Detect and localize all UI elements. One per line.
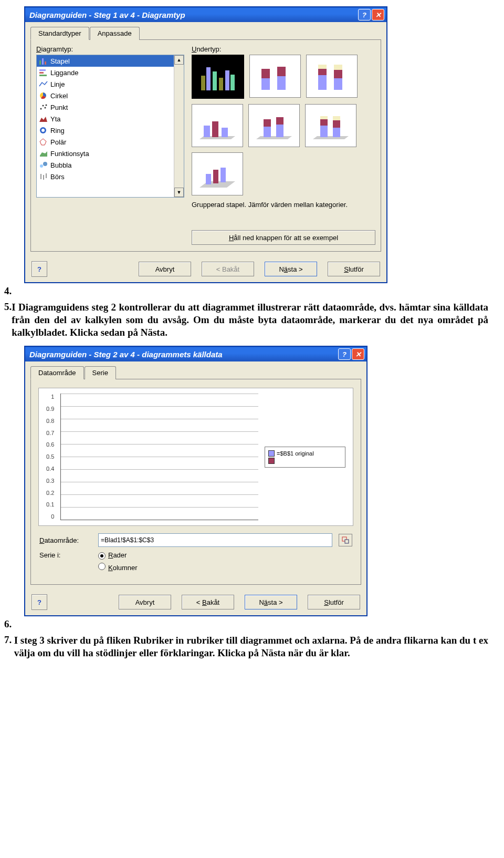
svg-rect-22: [206, 67, 211, 90]
type-item-cirkel[interactable]: Cirkel: [37, 90, 184, 101]
svg-rect-26: [230, 75, 235, 90]
tab-data-range[interactable]: Dataområde: [30, 366, 84, 379]
type-item-bors[interactable]: Börs: [37, 171, 184, 182]
type-item-funktionsyta[interactable]: Funktionsyta: [37, 148, 184, 159]
chart-legend: =$B$1 original: [265, 447, 345, 468]
svg-rect-30: [277, 67, 286, 76]
svg-rect-36: [334, 65, 342, 70]
next-button[interactable]: Nästa >: [245, 595, 297, 609]
legend-swatch-icon: [268, 458, 275, 464]
preview-hold-button[interactable]: Håll ned knappen för att se exempel: [192, 230, 375, 245]
chart-wizard-step1-dialog: Diagramguiden - Steg 1 av 4 - Diagramtyp…: [24, 6, 387, 283]
listbox-scrollbar[interactable]: ▲ ▼: [174, 55, 184, 197]
cancel-button[interactable]: Avbryt: [139, 262, 191, 276]
subtype-100-stacked-column[interactable]: [306, 55, 358, 98]
label-subtype: Undertyp:: [192, 45, 375, 53]
svg-point-10: [46, 105, 47, 106]
scatter-chart-icon: [39, 103, 48, 111]
type-item-liggande[interactable]: Liggande: [37, 67, 184, 78]
finish-button[interactable]: Slutför: [308, 595, 360, 609]
svg-rect-38: [204, 126, 210, 137]
svg-point-13: [41, 129, 45, 132]
subtype-3d-100-stacked-column[interactable]: [305, 104, 356, 147]
svg-point-16: [40, 164, 43, 168]
chart-type-listbox[interactable]: Stapel Liggande: [36, 55, 184, 198]
svg-marker-41: [256, 136, 292, 139]
surface-chart-icon: [39, 149, 48, 158]
label-chart-type: Diagramtyp:: [36, 45, 184, 53]
bubble-chart-icon: [39, 161, 48, 169]
finish-button[interactable]: Slutför: [328, 262, 380, 276]
donut-chart-icon: [39, 126, 48, 135]
subtype-stacked-column[interactable]: [249, 55, 301, 98]
type-item-yta[interactable]: Yta: [37, 113, 184, 125]
type-item-punkt[interactable]: Punkt: [37, 101, 184, 113]
svg-point-17: [43, 162, 47, 166]
type-item-polar[interactable]: Polär: [37, 136, 184, 148]
type-item-linje[interactable]: Linje: [37, 78, 184, 90]
svg-rect-29: [277, 76, 286, 90]
chart-wizard-step2-dialog: Diagramguiden - Steg 2 av 4 - diagrammet…: [24, 346, 368, 616]
svg-rect-43: [264, 119, 271, 127]
svg-rect-3: [39, 69, 46, 71]
svg-marker-46: [313, 136, 349, 139]
subtype-clustered-column[interactable]: [192, 55, 244, 99]
label-data-range: Dataområde:: [39, 536, 92, 544]
type-item-stapel[interactable]: Stapel: [37, 55, 184, 67]
cancel-button[interactable]: Avbryt: [119, 595, 171, 609]
type-item-ring[interactable]: Ring: [37, 125, 184, 136]
scroll-down-icon[interactable]: ▼: [174, 188, 184, 197]
svg-rect-40: [222, 128, 228, 137]
list-marker-7: 7.: [4, 634, 14, 646]
help-button[interactable]: ?: [32, 261, 47, 277]
tab-standard-types[interactable]: Standardtyper: [30, 27, 89, 40]
close-icon[interactable]: ✕: [352, 348, 364, 360]
subtype-3d-clustered-column[interactable]: [192, 104, 243, 147]
svg-rect-58: [345, 540, 349, 543]
svg-rect-2: [45, 61, 46, 65]
tab-custom[interactable]: Anpassade: [90, 27, 140, 40]
radio-columns[interactable]: [98, 563, 106, 570]
back-button[interactable]: < Bakåt: [202, 262, 254, 276]
range-picker-icon[interactable]: [339, 534, 352, 546]
svg-point-9: [45, 107, 46, 109]
help-icon[interactable]: ?: [338, 348, 351, 360]
svg-rect-39: [212, 121, 218, 137]
tab-bar: Dataområde Serie: [30, 366, 361, 379]
list-marker-5: 5.: [4, 301, 12, 313]
y-axis-ticks: 1 0.9 0.8 0.7 0.6 0.5 0.4 0.3 0.2 0.1 0: [46, 394, 54, 520]
svg-rect-54: [206, 174, 211, 184]
data-range-input[interactable]: [98, 533, 332, 547]
chart-preview: 1 0.9 0.8 0.7 0.6 0.5 0.4 0.3 0.2 0.1 0: [38, 388, 353, 526]
svg-rect-49: [320, 116, 328, 119]
svg-rect-27: [261, 78, 270, 90]
back-button[interactable]: < Bakåt: [182, 595, 234, 609]
svg-rect-56: [220, 168, 226, 182]
svg-rect-44: [276, 125, 284, 137]
type-item-bubbla[interactable]: Bubbla: [37, 159, 184, 171]
line-chart-icon: [39, 80, 48, 88]
help-icon[interactable]: ?: [358, 9, 371, 20]
titlebar: Diagramguiden - Steg 1 av 4 - Diagramtyp…: [25, 7, 386, 22]
scroll-up-icon[interactable]: ▲: [174, 55, 184, 65]
svg-rect-23: [213, 71, 217, 90]
legend-swatch-icon: [268, 450, 275, 457]
subtype-3d-stacked-column[interactable]: [248, 104, 300, 147]
svg-rect-33: [318, 65, 327, 69]
window-title: Diagramguiden - Steg 2 av 4 - diagrammet…: [29, 350, 337, 359]
svg-rect-55: [213, 170, 218, 183]
tab-bar: Standardtyper Anpassade: [30, 26, 381, 39]
radar-chart-icon: [39, 138, 48, 146]
tab-series[interactable]: Serie: [85, 366, 116, 379]
svg-rect-52: [333, 116, 340, 120]
plot-area: [60, 394, 258, 520]
next-button[interactable]: Nästa >: [265, 262, 317, 276]
svg-point-7: [40, 108, 42, 110]
radio-rows[interactable]: [98, 552, 106, 560]
svg-point-8: [43, 105, 44, 107]
help-button[interactable]: ?: [32, 594, 47, 610]
titlebar: Diagramguiden - Steg 2 av 4 - diagrammet…: [25, 347, 366, 361]
column-chart-icon: [39, 57, 48, 65]
subtype-3d-column[interactable]: [192, 152, 243, 195]
close-icon[interactable]: ✕: [372, 9, 384, 20]
